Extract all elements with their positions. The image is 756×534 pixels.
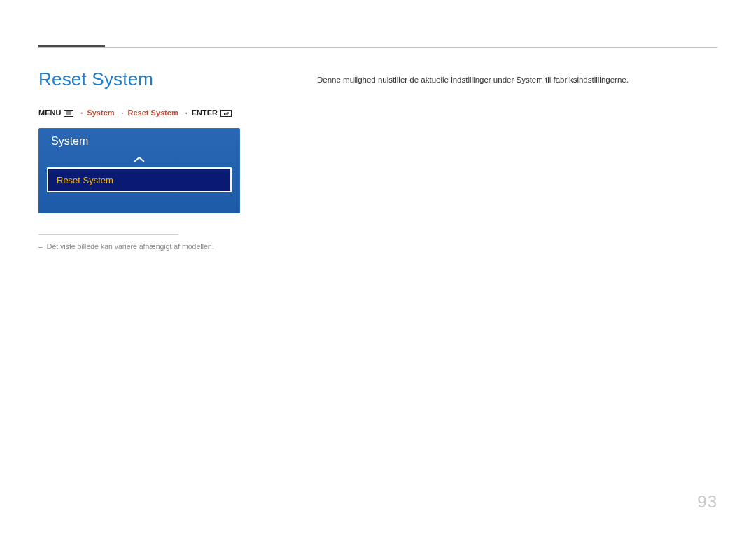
breadcrumb-path: MENU → System → Reset System → ENTER [38, 108, 290, 117]
osd-selected-item: Reset System [47, 167, 232, 192]
enter-icon [220, 108, 232, 117]
breadcrumb-reset-system: Reset System [128, 108, 178, 117]
left-column: Reset System MENU → System → Reset Syste… [38, 69, 290, 251]
osd-panel: System Reset System [38, 128, 240, 213]
breadcrumb-system: System [87, 108, 114, 117]
section-heading: Reset System [38, 69, 290, 90]
document-page: Reset System MENU → System → Reset Syste… [0, 0, 756, 534]
right-column: Denne mulighed nulstiller de aktuelle in… [317, 74, 720, 86]
arrow-icon: → [76, 108, 84, 117]
arrow-icon: → [181, 108, 189, 117]
osd-item-label: Reset System [57, 175, 113, 185]
arrow-icon: → [118, 108, 125, 117]
menu-icon [64, 108, 74, 117]
top-rule [38, 47, 718, 48]
footnote-text: Det viste billede kan variere afhængigt … [47, 242, 214, 251]
osd-title: System [38, 128, 240, 152]
description-text: Denne mulighed nulstiller de aktuelle in… [317, 74, 720, 86]
svg-rect-4 [220, 111, 231, 117]
page-number: 93 [697, 492, 718, 512]
chevron-up-icon [38, 152, 240, 167]
footnote: – Det viste billede kan variere afhængig… [38, 242, 290, 251]
footnote-dash: – [38, 242, 43, 251]
top-accent-bar [38, 45, 105, 47]
breadcrumb-menu-label: MENU [38, 108, 61, 117]
breadcrumb-enter-label: ENTER [192, 108, 218, 117]
note-divider [38, 234, 178, 235]
